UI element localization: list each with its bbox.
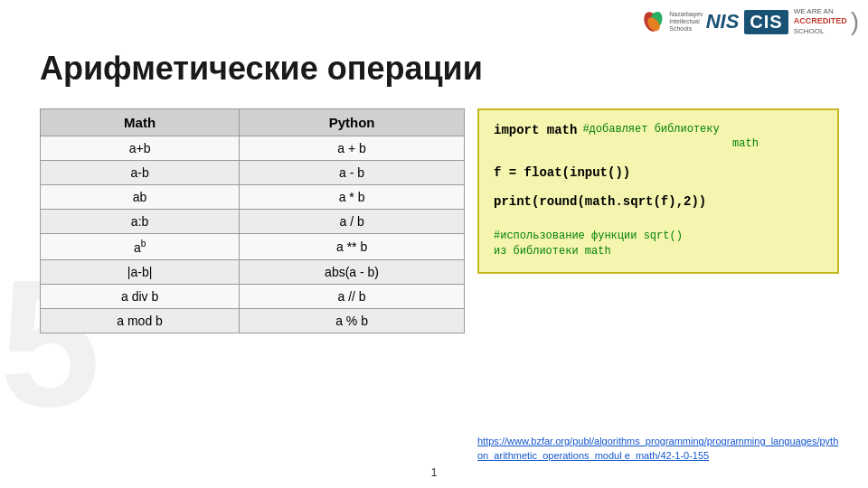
math-cell: a-b — [41, 161, 240, 185]
code-section-comment: #использование функции sqrt()из библиоте… — [494, 229, 823, 259]
table-row: a mod ba % b — [41, 308, 465, 333]
col-python-header: Python — [240, 109, 465, 136]
python-cell: abs(a - b) — [240, 259, 465, 284]
url-link[interactable]: https://www.bzfar.org/publ/algorithms_pr… — [477, 435, 839, 463]
accredited-label: ACCREDITED — [794, 16, 847, 27]
code-import: import math — [494, 123, 577, 137]
code-line-3: print(round(math.sqrt(f),2)) — [494, 194, 823, 209]
math-cell: ab — [41, 234, 240, 260]
math-python-table: Math Python a+ba + ba-ba - baba * ba:ba … — [40, 108, 465, 333]
table-row: aba * b — [41, 185, 465, 210]
table-row: a+ba + b — [41, 136, 465, 161]
cis-badge: CIS — [744, 10, 788, 34]
table-row: a:ba / b — [41, 210, 465, 234]
table-row: a div ba // b — [41, 284, 465, 308]
cis-accredited-text: WE ARE AN ACCREDITED SCHOOL — [794, 7, 847, 36]
python-cell: a ** b — [240, 234, 465, 260]
python-cell: a - b — [240, 161, 465, 185]
nis-text: NIS — [706, 10, 740, 33]
page-number: 1 — [431, 466, 438, 479]
col-math-header: Math — [41, 109, 240, 136]
math-table-container: Math Python a+ba + ba-ba - baba * ba:ba … — [40, 108, 465, 333]
we-are-label: WE ARE AN — [794, 7, 847, 16]
page-title: Арифметические операции — [40, 50, 483, 88]
python-cell: a % b — [240, 308, 465, 333]
code-print: print(round(math.sqrt(f),2)) — [494, 194, 706, 209]
school-label: SCHOOL — [794, 27, 847, 36]
math-cell: a div b — [41, 284, 240, 308]
code-spacer-3 — [494, 212, 823, 223]
math-cell: a mod b — [41, 308, 240, 333]
leaf-icon — [641, 9, 666, 34]
cis-logo-group: CIS WE ARE AN ACCREDITED SCHOOL ) — [744, 7, 859, 36]
code-comment-1: #добавляет библиотеку math — [582, 123, 758, 151]
header-logos: NazarbayevIntellectualSchools NIS CIS WE… — [641, 7, 859, 36]
table-row: |a-b|abs(a - b) — [41, 259, 465, 284]
code-spacer-2 — [494, 183, 823, 194]
math-cell: ab — [41, 185, 240, 210]
code-line-2: f = float(input()) — [494, 165, 823, 180]
close-paren-icon: ) — [851, 7, 859, 36]
table-row: aba ** b — [41, 234, 465, 260]
code-float: f = float(input()) — [494, 165, 630, 180]
code-spacer-1 — [494, 155, 823, 165]
math-cell: a+b — [41, 136, 240, 161]
code-box: import math #добавляет библиотеку math f… — [477, 108, 839, 274]
python-cell: a + b — [240, 136, 465, 161]
table-row: a-ba - b — [41, 161, 465, 185]
python-cell: a // b — [240, 284, 465, 308]
math-cell: a:b — [41, 210, 240, 234]
nis-logo: NazarbayevIntellectualSchools NIS — [641, 9, 739, 34]
python-cell: a * b — [240, 185, 465, 210]
math-cell: |a-b| — [41, 259, 240, 284]
code-line-1: import math #добавляет библиотеку math — [494, 123, 823, 151]
nis-small-label: NazarbayevIntellectualSchools — [669, 11, 703, 33]
python-cell: a / b — [240, 210, 465, 234]
